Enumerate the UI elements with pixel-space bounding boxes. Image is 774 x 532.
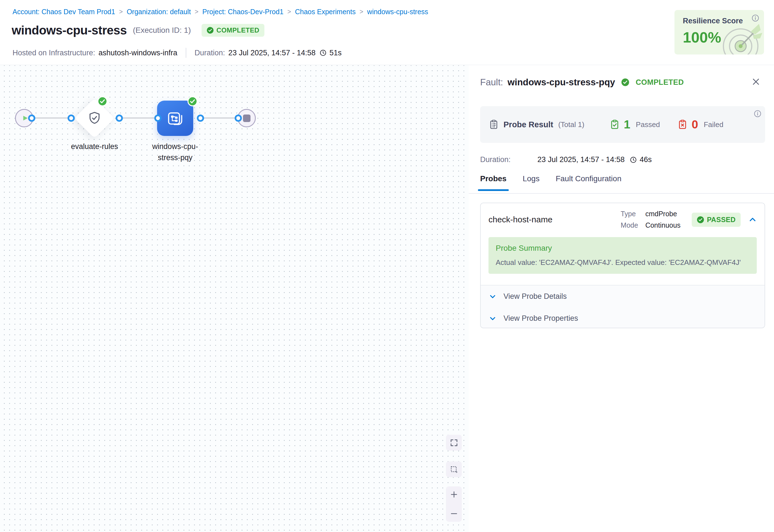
close-panel-button[interactable] xyxy=(751,76,761,87)
probe-meta: Type cmdProbe Mode Continuous xyxy=(621,210,681,229)
chaos-fault-icon xyxy=(166,110,184,127)
vertical-divider xyxy=(186,48,186,58)
tab-probes[interactable]: Probes xyxy=(480,174,507,191)
success-badge-icon xyxy=(187,96,198,106)
fault-duration-row: Duration: 23 Jul 2025, 14:57 - 14:58 46s xyxy=(480,155,652,164)
passed-count: 1 xyxy=(624,118,630,131)
breadcrumb-separator: > xyxy=(195,8,198,16)
fault-status: COMPLETED xyxy=(636,78,684,87)
info-icon[interactable] xyxy=(753,110,762,118)
fullscreen-button[interactable] xyxy=(446,435,462,451)
probe-result-total: (Total 1) xyxy=(558,120,584,129)
clock-icon xyxy=(319,49,327,56)
probe-type-value: cmdProbe xyxy=(645,210,680,218)
marquee-select-button[interactable] xyxy=(446,461,462,477)
duration-label: Duration: xyxy=(195,49,225,57)
breadcrumb-separator: > xyxy=(119,8,123,16)
breadcrumb: Account: Chaos Dev Team Prod1 > Organiza… xyxy=(13,8,428,16)
fault-label: Fault: xyxy=(480,77,503,88)
status-badge: COMPLETED xyxy=(202,24,264,37)
success-badge-icon xyxy=(97,96,108,106)
connector-port[interactable] xyxy=(116,115,123,122)
execution-id: (Execution ID: 1) xyxy=(133,26,191,35)
probe-status-label: PASSED xyxy=(707,216,736,224)
chevron-down-icon xyxy=(488,292,497,301)
breadcrumb-separator: > xyxy=(359,8,363,16)
fault-tabs: Probes Logs Fault Configuration xyxy=(480,174,621,191)
stop-icon xyxy=(243,115,250,122)
page-header: Account: Chaos Dev Team Prod1 > Organiza… xyxy=(0,0,774,65)
edge-evaluate-to-fault xyxy=(119,117,158,119)
fault-duration-label: Duration: xyxy=(480,155,537,164)
connector-port[interactable] xyxy=(28,115,35,122)
fullscreen-icon xyxy=(450,438,458,447)
failed-clipboard-icon xyxy=(677,119,688,130)
view-probe-details[interactable]: View Probe Details xyxy=(481,285,765,307)
target-illustration xyxy=(715,18,764,54)
infrastructure-label: Hosted on Infrastructure: xyxy=(13,49,95,57)
duration-value: 23 Jul 2025, 14:57 - 14:58 xyxy=(228,49,316,57)
resilience-score-card: Resilience Score 100% xyxy=(674,10,764,54)
failed-label: Failed xyxy=(704,120,723,129)
probe-name: check-host-name xyxy=(488,215,621,224)
duration-elapsed: 51s xyxy=(329,49,342,57)
infrastructure-value: ashutosh-windows-infra xyxy=(98,49,177,57)
connector-port[interactable] xyxy=(197,115,204,122)
clock-icon xyxy=(630,156,637,163)
probe-result-card: Probe Result (Total 1) 1 Passed xyxy=(480,106,765,143)
probe-card: check-host-name Type cmdProbe Mode Conti… xyxy=(480,203,765,328)
check-circle-icon xyxy=(697,216,704,223)
view-probe-properties[interactable]: View Probe Properties xyxy=(481,307,765,328)
probe-result-label: Probe Result xyxy=(503,120,553,129)
probe-mode-value: Continuous xyxy=(645,221,680,229)
fault-details-panel: Fault: windows-cpu-stress-pqy COMPLETED … xyxy=(469,65,774,532)
fault-header: Fault: windows-cpu-stress-pqy COMPLETED xyxy=(480,77,743,88)
connector-port[interactable] xyxy=(154,115,162,122)
probe-card-header[interactable]: check-host-name Type cmdProbe Mode Conti… xyxy=(481,203,765,236)
breadcrumb-organization[interactable]: Organization: default xyxy=(127,8,191,16)
page-title: windows-cpu-stress xyxy=(12,23,127,37)
status-badge-label: COMPLETED xyxy=(217,26,259,34)
breadcrumb-separator: > xyxy=(287,8,291,16)
evaluate-rules-label: evaluate-rules xyxy=(53,141,136,152)
probe-summary: Probe Summary Actual value: 'EC2AMAZ-QMV… xyxy=(488,237,757,274)
passed-label: Passed xyxy=(636,120,660,129)
edge-start-to-evaluate xyxy=(32,117,71,119)
probe-mode-label: Mode xyxy=(621,221,638,229)
shield-check-icon xyxy=(87,111,102,125)
breadcrumb-chaos-experiments[interactable]: Chaos Experiments xyxy=(295,8,356,16)
zoom-in-button[interactable] xyxy=(449,490,459,499)
fault-duration-elapsed: 46s xyxy=(640,155,652,164)
passed-clipboard-icon xyxy=(609,119,620,130)
breadcrumb-account[interactable]: Account: Chaos Dev Team Prod1 xyxy=(13,8,115,16)
fault-node-label: windows-cpu-stress-pqy xyxy=(145,141,206,163)
breadcrumb-current[interactable]: windows-cpu-stress xyxy=(367,8,428,16)
probe-type-label: Type xyxy=(621,210,638,218)
chevron-up-icon[interactable] xyxy=(748,215,757,224)
connector-port[interactable] xyxy=(235,115,242,122)
play-icon xyxy=(21,114,29,122)
zoom-controls xyxy=(446,486,462,522)
breadcrumb-project[interactable]: Project: Chaos-Dev-Prod1 xyxy=(202,8,284,16)
fault-duration-value: 23 Jul 2025, 14:57 - 14:58 xyxy=(537,155,625,164)
chevron-down-icon xyxy=(488,314,497,323)
probe-summary-title: Probe Summary xyxy=(496,244,750,253)
experiment-canvas[interactable]: evaluate-rules windows-cpu-stress-pqy xyxy=(0,65,469,532)
connector-port[interactable] xyxy=(68,115,75,122)
view-probe-details-label: View Probe Details xyxy=(503,292,567,301)
probe-card-footer: View Probe Details View Probe Properties xyxy=(481,285,765,328)
fault-name: windows-cpu-stress-pqy xyxy=(508,77,615,88)
tab-fault-configuration[interactable]: Fault Configuration xyxy=(556,174,622,191)
failed-count: 0 xyxy=(692,118,698,131)
marquee-select-icon xyxy=(450,465,458,474)
clipboard-icon xyxy=(488,119,499,130)
probe-summary-text: Actual value: 'EC2AMAZ-QMVAF4J'. Expecte… xyxy=(496,258,750,267)
check-circle-icon xyxy=(621,78,629,86)
tab-logs[interactable]: Logs xyxy=(523,174,540,191)
tabs-divider xyxy=(469,193,774,194)
probe-status-badge: PASSED xyxy=(692,213,741,227)
check-circle-icon xyxy=(207,27,214,34)
zoom-out-button[interactable] xyxy=(449,509,459,518)
view-probe-properties-label: View Probe Properties xyxy=(503,314,578,323)
edge-fault-to-end xyxy=(200,117,238,119)
